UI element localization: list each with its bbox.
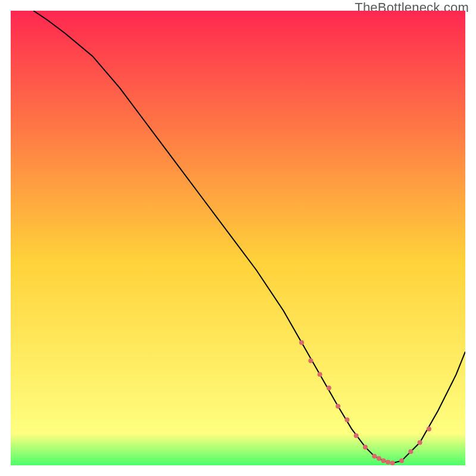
- highlight-dot: [345, 418, 349, 422]
- highlight-dot: [390, 461, 395, 465]
- highlight-dot: [327, 386, 331, 390]
- highlight-dot: [418, 440, 422, 445]
- highlight-dot: [336, 404, 340, 409]
- highlight-dot: [399, 458, 404, 463]
- highlight-dot: [381, 458, 386, 463]
- chart-svg: [11, 11, 465, 465]
- highlight-dot: [318, 372, 322, 377]
- highlight-dot: [377, 456, 381, 461]
- highlight-dot: [299, 340, 304, 345]
- plot-area: [11, 11, 465, 465]
- highlight-dot: [372, 454, 377, 459]
- highlight-dot: [363, 444, 368, 449]
- highlight-dot: [386, 460, 390, 465]
- gradient-background: [11, 11, 465, 465]
- highlight-dot: [427, 427, 431, 431]
- chart-container: TheBottleneck.com: [0, 0, 476, 476]
- highlight-dot: [308, 358, 313, 363]
- highlight-dot: [408, 449, 413, 454]
- highlight-dot: [354, 433, 359, 438]
